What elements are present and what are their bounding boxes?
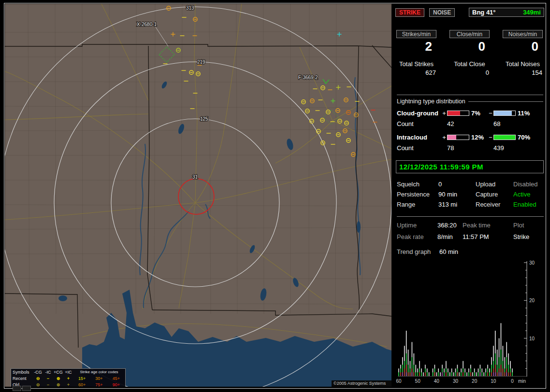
legend-recent-label: Recent bbox=[11, 376, 33, 381]
ic-plus-pct: 12% bbox=[469, 134, 488, 141]
cell-label: X-2680-1 bbox=[137, 22, 157, 27]
minus-icon: − bbox=[43, 376, 53, 381]
trend-graph-label: Trend graph bbox=[397, 248, 431, 255]
strikes-column: Strikes/min 2 Total Strikes 627 bbox=[396, 30, 436, 76]
app-window: 313 219 125 31 X-2680-1 F-3669-2 Symbols… bbox=[4, 3, 546, 389]
svg-text:10: 10 bbox=[491, 378, 496, 384]
range-label: Range bbox=[397, 201, 438, 208]
noises-per-min-label: Noises/min bbox=[503, 30, 543, 38]
squelch-value: 0 bbox=[438, 181, 476, 188]
ring-label-219: 219 bbox=[197, 59, 205, 65]
receiver-label: Receiver bbox=[476, 201, 513, 208]
total-strikes-value: 627 bbox=[396, 69, 436, 76]
legend-col-+ic: +IC bbox=[63, 369, 73, 375]
close-per-min-value: 0 bbox=[449, 39, 490, 54]
window-chip[interactable] bbox=[22, 386, 31, 391]
svg-text:10: 10 bbox=[529, 336, 535, 341]
svg-text:0: 0 bbox=[511, 378, 514, 384]
ic-plus-count: 78 bbox=[447, 144, 493, 151]
plot-label: Plot bbox=[513, 222, 544, 229]
intracloud-row: Intracloud + 12% − 70% bbox=[397, 134, 543, 140]
divider bbox=[468, 101, 543, 102]
rate-counters: Strikes/min 2 Total Strikes 627 Close/mi… bbox=[396, 30, 544, 76]
cg-count-row: Count 42 68 bbox=[397, 120, 543, 127]
cg-plus-pct: 7% bbox=[469, 110, 488, 117]
plus-sign: + bbox=[441, 134, 447, 141]
svg-text:50: 50 bbox=[415, 378, 421, 384]
age-code-75: 75+ bbox=[95, 382, 102, 387]
trend-graph: 1020306050403020100min bbox=[396, 257, 544, 386]
legend-age-title: Strike age color codes bbox=[73, 369, 125, 375]
map-legend: Symbols -CG -IC +CG +IC Strike age color… bbox=[11, 368, 126, 387]
strike-button[interactable]: STRIKE bbox=[395, 8, 424, 17]
svg-text:20: 20 bbox=[529, 298, 535, 303]
app-root: 313 219 125 31 X-2680-1 F-3669-2 Symbols… bbox=[0, 0, 550, 392]
trend-graph-header: Trend graph 60 min bbox=[397, 248, 458, 255]
peak-rate-label: Peak rate bbox=[397, 233, 437, 240]
svg-text:30: 30 bbox=[529, 260, 535, 266]
ic-plus-bar bbox=[447, 135, 469, 140]
cell-label: F-3669-2 bbox=[298, 75, 318, 80]
plus-icon: + bbox=[63, 382, 73, 387]
cg-minus-pct: 11% bbox=[516, 110, 534, 117]
age-code-30: 30+ bbox=[95, 376, 102, 381]
ring-label-125: 125 bbox=[200, 116, 208, 122]
uptime-label: Uptime bbox=[397, 222, 437, 229]
panel-topbar: STRIKE NOISE Bng 41° 349mi bbox=[395, 8, 544, 17]
lightning-map[interactable]: 313 219 125 31 X-2680-1 F-3669-2 Symbols… bbox=[5, 4, 391, 387]
plot-value: Strike bbox=[513, 233, 544, 240]
cloud-ground-label: Cloud-ground bbox=[397, 110, 441, 117]
legend-symbols-title: Symbols bbox=[11, 369, 33, 375]
range-value: 313 mi bbox=[438, 201, 476, 208]
age-code-60: 60+ bbox=[78, 382, 86, 387]
cg-minus-count: 68 bbox=[493, 120, 540, 127]
bearing-display: Bng 41° 349mi bbox=[469, 8, 544, 17]
circled-minus-icon: ⊖ bbox=[33, 382, 43, 387]
legend-col--ic: -IC bbox=[43, 369, 53, 375]
legend-col--cg: -CG bbox=[33, 369, 43, 375]
persistence-value: 90 min bbox=[438, 191, 476, 198]
total-noises-value: 154 bbox=[503, 69, 543, 76]
window-chip[interactable] bbox=[13, 386, 21, 391]
cloud-ground-row: Cloud-ground + 7% − 11% bbox=[397, 110, 543, 116]
count-label: Count bbox=[397, 120, 447, 127]
total-noises-label: Total Noises bbox=[503, 60, 543, 68]
copyright-text: ©2005 Astrogenic Systems bbox=[332, 380, 391, 387]
distribution-title: Lightning type distribution bbox=[397, 98, 465, 105]
noises-per-min-value: 0 bbox=[503, 39, 543, 54]
circled-plus-icon: ⊕ bbox=[53, 382, 63, 387]
map-canvas[interactable]: 313 219 125 31 X-2680-1 F-3669-2 bbox=[5, 4, 391, 387]
peak-time-label: Peak time bbox=[463, 222, 513, 229]
capture-status: Active bbox=[513, 191, 544, 198]
lightning-distribution: Lightning type distribution Cloud-ground… bbox=[397, 95, 543, 151]
legend-col-+cg: +CG bbox=[53, 369, 63, 375]
persistence-label: Persistence bbox=[397, 191, 438, 198]
cg-plus-bar bbox=[447, 111, 469, 116]
close-per-min-label: Close/min bbox=[449, 30, 490, 38]
noise-button[interactable]: NOISE bbox=[429, 8, 455, 17]
strikes-per-min-value: 2 bbox=[396, 39, 436, 54]
strikes-per-min-label: Strikes/min bbox=[396, 30, 436, 38]
ic-minus-bar bbox=[493, 135, 516, 140]
close-column: Close/min 0 Total Close 0 bbox=[449, 30, 490, 76]
ic-count-row: Count 78 439 bbox=[397, 144, 543, 151]
ring-label-31: 31 bbox=[192, 174, 198, 180]
datetime-value: 12/12/2025 11:59:59 PM bbox=[399, 163, 483, 171]
total-close-label: Total Close bbox=[449, 60, 490, 68]
age-code-45: 45+ bbox=[113, 376, 120, 381]
svg-text:20: 20 bbox=[472, 378, 478, 384]
ic-minus-count: 439 bbox=[493, 144, 540, 151]
minus-icon: − bbox=[43, 382, 53, 387]
divider bbox=[397, 216, 544, 217]
svg-text:30: 30 bbox=[453, 378, 459, 384]
noises-column: Noises/min 0 Total Noises 154 bbox=[503, 30, 543, 76]
count-label: Count bbox=[397, 144, 447, 151]
circled-plus-icon: ⊕ bbox=[53, 376, 63, 381]
svg-text:60: 60 bbox=[396, 378, 402, 384]
upload-status: Disabled bbox=[513, 181, 544, 188]
capture-label: Capture bbox=[476, 191, 513, 198]
bearing-label: Bng 41° bbox=[472, 9, 496, 16]
minus-sign: − bbox=[488, 134, 493, 141]
peak-rate-value: 8/min bbox=[437, 233, 463, 240]
ic-minus-pct: 70% bbox=[516, 134, 534, 141]
